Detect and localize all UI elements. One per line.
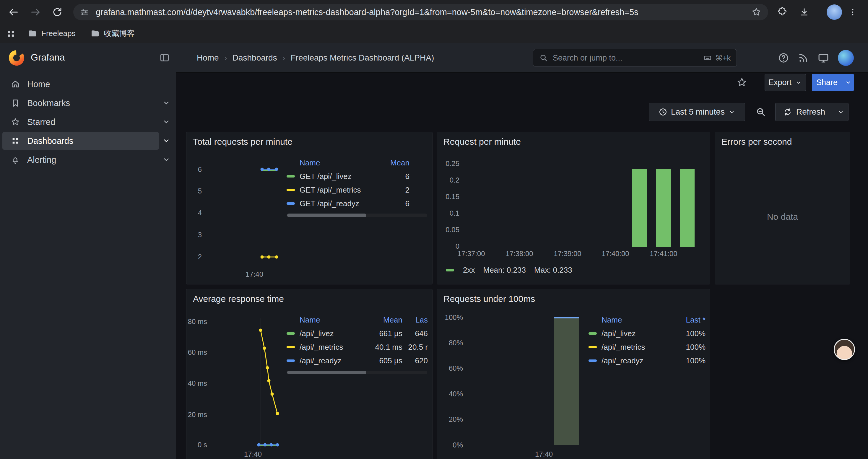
downloads-button[interactable] (795, 3, 814, 22)
share-menu-button[interactable] (842, 74, 854, 91)
y-tick: 80 ms (188, 318, 207, 326)
legend-row[interactable]: /api/_readyz 605 µs 620 (286, 354, 428, 367)
sidebar-item-starred[interactable]: Starred (0, 113, 176, 131)
bookmark-label: Freeleaps (41, 29, 75, 38)
legend-row[interactable]: GET /api/_livez 6 (286, 170, 426, 183)
bar-plot (468, 318, 583, 445)
chevron-down-icon[interactable] (162, 117, 171, 126)
legend-col-last[interactable]: Last * (673, 316, 706, 325)
panel-title[interactable]: Requests under 100ms (443, 294, 535, 304)
legend-row[interactable]: /api/_metrics 40.1 ms 20.5 r (286, 340, 428, 354)
data-point (270, 444, 273, 447)
legend-col-name[interactable]: Name (601, 316, 673, 325)
forward-icon (30, 6, 41, 18)
sidebar-item-alerting[interactable]: Alerting (0, 151, 176, 169)
legend-row[interactable]: GET /api/_metrics 2 (286, 184, 426, 196)
bookmark-icon (11, 98, 20, 108)
series-name: GET /api/_metrics (300, 186, 383, 195)
extensions-button[interactable] (773, 3, 792, 22)
legend-row[interactable]: /api/_livez 100% (589, 327, 706, 340)
series-mean: 2 (383, 186, 409, 195)
legend-row[interactable]: /api/_livez 661 µs 646 (286, 327, 428, 340)
y-tick: 0 (439, 242, 459, 251)
search-input[interactable]: Search or jump to... ⌘+k (533, 49, 737, 67)
panel-request-per-minute: Request per minute 0.25 0.2 0.15 0.1 0.0… (437, 132, 710, 285)
y-tick: 40% (439, 390, 463, 398)
series-name[interactable]: 2xx (463, 266, 475, 275)
refresh-interval-button[interactable] (833, 103, 848, 121)
panel-title[interactable]: Average response time (193, 294, 284, 304)
legend-col-last[interactable]: Las (402, 316, 428, 325)
monitor-icon[interactable] (817, 52, 830, 64)
y-tick: 20 ms (188, 411, 207, 419)
chevron-down-icon[interactable] (162, 136, 171, 145)
legend-col-name[interactable]: Name (300, 158, 383, 167)
legend-row[interactable]: /api/_readyz 100% (589, 354, 706, 367)
sidebar-item-label: Bookmarks (27, 98, 70, 108)
series-name: GET /api/_livez (300, 172, 383, 181)
sidebar-collapse-icon[interactable] (159, 52, 170, 63)
refresh-button[interactable]: Refresh (776, 103, 833, 121)
reload-button[interactable] (48, 3, 67, 22)
sidebar-item-bookmarks[interactable]: Bookmarks (0, 94, 176, 112)
zoom-out-button[interactable] (752, 103, 770, 121)
help-icon[interactable] (778, 52, 789, 64)
scrollbar-thumb[interactable] (287, 371, 366, 374)
bookmark-item[interactable]: Freeleaps (25, 27, 79, 40)
sidebar-item-home[interactable]: Home (0, 75, 176, 93)
profile-avatar[interactable] (827, 4, 842, 20)
panel-title[interactable]: Errors per second (721, 137, 792, 147)
legend-row[interactable]: /api/_metrics 100% (589, 340, 706, 354)
breadcrumb-current: Freeleaps Metrics Dashboard (ALPHA) (291, 53, 434, 63)
export-button[interactable]: Export (765, 74, 806, 91)
share-button[interactable]: Share (812, 74, 842, 91)
bookmark-star-icon[interactable] (751, 7, 762, 18)
forward-button[interactable] (26, 3, 45, 22)
x-tick: 17:40 (535, 450, 553, 458)
refresh-label: Refresh (796, 107, 825, 117)
legend-col-mean[interactable]: Mean (364, 316, 402, 325)
legend-scrollbar[interactable] (286, 371, 427, 374)
share-button-group: Share (812, 74, 854, 91)
panel-title[interactable]: Request per minute (443, 137, 521, 147)
bar-under-100ms (554, 317, 579, 445)
series-swatch (589, 332, 597, 335)
rss-icon[interactable] (798, 52, 809, 64)
back-button[interactable] (4, 3, 23, 22)
y-tick: 5 (189, 187, 202, 195)
chevron-down-icon[interactable] (162, 98, 171, 107)
data-point (267, 256, 271, 259)
apps-grid-icon[interactable] (6, 29, 16, 39)
url-bar[interactable]: grafana.mathmast.com/d/deytv4rwavabkb/fr… (73, 4, 768, 21)
breadcrumb-separator: › (282, 53, 285, 63)
series-swatch (286, 332, 295, 335)
floating-avatar[interactable] (834, 339, 855, 360)
legend-header: Name Last * (589, 314, 706, 326)
chevron-down-icon[interactable] (162, 155, 171, 164)
site-info-icon[interactable] (80, 7, 89, 17)
sidebar-item-dashboards[interactable]: Dashboards (0, 132, 176, 150)
series-swatch (286, 175, 295, 177)
bar-2xx (680, 169, 694, 247)
bookmark-item[interactable]: 收藏博客 (88, 27, 138, 40)
legend-scrollbar[interactable] (286, 214, 427, 217)
legend-row[interactable]: GET /api/_readyz 6 (286, 197, 426, 210)
user-avatar[interactable] (838, 50, 854, 66)
breadcrumb-home[interactable]: Home (197, 53, 219, 63)
time-range-picker[interactable]: Last 5 minutes (649, 103, 745, 121)
panel-title[interactable]: Total requests per minute (193, 137, 292, 147)
breadcrumb: Home › Dashboards › Freeleaps Metrics Da… (197, 43, 434, 73)
series-name: /api/_metrics (300, 342, 364, 352)
folder-icon (90, 29, 100, 38)
legend-col-mean[interactable]: Mean (383, 158, 409, 167)
y-tick: 40 ms (188, 379, 207, 388)
legend-col-name[interactable]: Name (300, 316, 364, 325)
grafana-logo[interactable] (8, 50, 25, 66)
browser-menu-button[interactable] (843, 3, 862, 22)
grafana-header: Home › Dashboards › Freeleaps Metrics Da… (176, 43, 868, 73)
scrollbar-thumb[interactable] (287, 214, 366, 217)
series-last: 620 (402, 356, 428, 365)
breadcrumb-dashboards[interactable]: Dashboards (232, 53, 277, 63)
favorite-star-icon[interactable] (736, 77, 747, 88)
legend-header: Name Mean Las (286, 314, 428, 326)
